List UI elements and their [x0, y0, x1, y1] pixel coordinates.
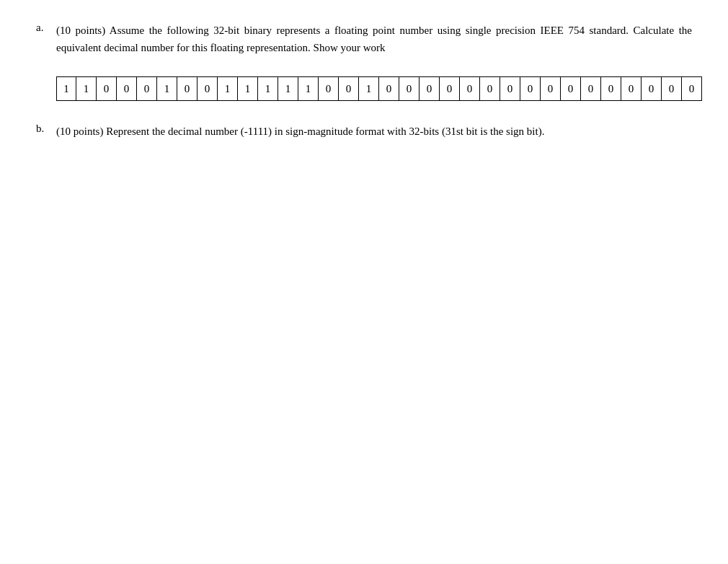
- bit-cell-31: 0: [682, 76, 702, 101]
- bit-cell-8: 1: [218, 76, 238, 101]
- binary-grid-wrapper: 11000100111110010000000000000000: [56, 76, 692, 101]
- bit-cell-28: 0: [621, 76, 642, 101]
- bit-cell-23: 0: [520, 76, 541, 101]
- bit-cell-9: 1: [238, 76, 258, 101]
- binary-grid: 11000100111110010000000000000000: [56, 76, 702, 101]
- question-a-text: (10 points) Assume the following 32-bit …: [56, 22, 692, 56]
- bit-cell-29: 0: [642, 76, 662, 101]
- bit-cell-22: 0: [500, 76, 520, 101]
- bit-cell-25: 0: [561, 76, 581, 101]
- bit-cell-24: 0: [541, 76, 561, 101]
- bit-cell-26: 0: [581, 76, 601, 101]
- question-a-letter: a.: [36, 22, 50, 34]
- question-b-label: b. (10 points) Represent the decimal num…: [36, 123, 692, 140]
- question-b-letter: b.: [36, 123, 50, 135]
- bit-cell-3: 0: [117, 76, 137, 101]
- bit-cell-5: 1: [157, 76, 177, 101]
- question-b-text: (10 points) Represent the decimal number…: [56, 123, 692, 140]
- bit-cell-27: 0: [601, 76, 621, 101]
- question-a-label: a. (10 points) Assume the following 32-b…: [36, 22, 692, 56]
- bit-cell-11: 1: [278, 76, 298, 101]
- bit-cell-18: 0: [420, 76, 440, 101]
- bit-cell-10: 1: [258, 76, 278, 101]
- bit-cell-17: 0: [399, 76, 420, 101]
- bit-cell-7: 0: [197, 76, 218, 101]
- bit-cell-6: 0: [177, 76, 197, 101]
- bit-cell-15: 1: [359, 76, 379, 101]
- bit-cell-4: 0: [137, 76, 157, 101]
- bit-cell-14: 0: [339, 76, 359, 101]
- bit-cell-21: 0: [480, 76, 500, 101]
- question-a-section: a. (10 points) Assume the following 32-b…: [36, 22, 692, 101]
- question-b-section: b. (10 points) Represent the decimal num…: [36, 123, 692, 140]
- bit-cell-1: 1: [76, 76, 97, 101]
- bit-cell-13: 0: [319, 76, 339, 101]
- bit-cell-30: 0: [662, 76, 682, 101]
- bit-cell-20: 0: [460, 76, 480, 101]
- bit-cell-19: 0: [440, 76, 460, 101]
- bit-cell-2: 0: [97, 76, 117, 101]
- bit-cell-12: 1: [298, 76, 319, 101]
- bit-cell-0: 1: [56, 76, 76, 101]
- bit-cell-16: 0: [379, 76, 399, 101]
